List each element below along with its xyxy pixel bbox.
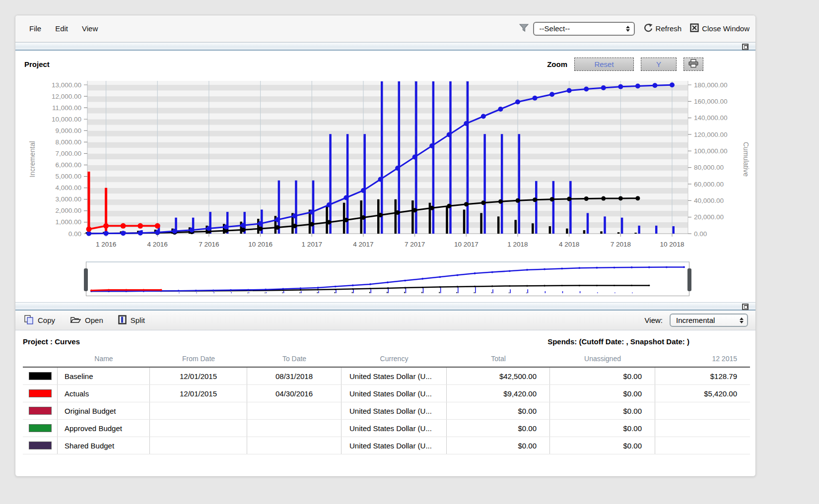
maximize-icon[interactable] [742, 44, 749, 50]
svg-text:4 2017: 4 2017 [353, 241, 373, 248]
currency-cell: United States Dollar (U... [341, 368, 447, 384]
to-date-cell [247, 420, 341, 437]
svg-text:0.00: 0.00 [68, 230, 81, 238]
split-label: Split [131, 316, 145, 324]
plot-stripes [87, 81, 688, 234]
svg-text:3,000.00: 3,000.00 [55, 195, 81, 203]
svg-text:5,000.00: 5,000.00 [55, 173, 81, 180]
period-12-2015-cell [655, 402, 750, 419]
menu-view[interactable]: View [82, 24, 98, 33]
column-to-date[interactable]: To Date [247, 355, 341, 363]
table-row[interactable]: Actuals 12/01/2015 04/30/2016 United Sta… [23, 385, 750, 402]
chart-panel-title: Project [24, 60, 50, 68]
curve-color-cell [23, 402, 58, 419]
from-date-cell: 12/01/2015 [150, 385, 247, 402]
total-cell: $0.00 [447, 402, 550, 419]
splitter-bar-middle[interactable] [15, 302, 755, 311]
copy-icon [24, 315, 34, 326]
period-12-2015-cell: $5,420.00 [655, 385, 750, 402]
view-control: View: Incremental [645, 314, 748, 327]
unassigned-cell: $0.00 [550, 385, 655, 402]
curve-color-swatch [29, 441, 52, 449]
svg-text:4 2016: 4 2016 [147, 241, 168, 248]
table-row[interactable]: Baseline 12/01/2015 08/31/2018 United St… [23, 368, 750, 385]
total-cell: $42,500.00 [447, 368, 550, 384]
chart-svg: 0.001,000.002,000.003,000.004,000.005,00… [23, 75, 750, 254]
svg-text:10,000.00: 10,000.00 [52, 116, 81, 123]
table-header-row: Name From Date To Date Currency Total Un… [23, 351, 750, 367]
split-button[interactable]: Split [118, 315, 145, 326]
splitter-bar-top[interactable] [15, 42, 755, 51]
to-date-cell [247, 437, 341, 454]
svg-text:Incremental: Incremental [28, 141, 36, 177]
from-date-cell [150, 437, 247, 454]
total-cell: $0.00 [447, 420, 550, 437]
svg-text:1 2018: 1 2018 [507, 241, 528, 248]
svg-text:180,000.00: 180,000.00 [694, 81, 728, 89]
spends-info-title: Spends: (Cutoff Date: , Snapshot Date: ) [547, 337, 689, 346]
column-12-2015[interactable]: 12 2015 [655, 355, 750, 363]
left-axis-labels: 0.001,000.002,000.003,000.004,000.005,00… [52, 81, 87, 238]
currency-cell: United States Dollar (U... [341, 402, 447, 419]
svg-text:0.00: 0.00 [694, 230, 707, 238]
split-icon [118, 315, 127, 326]
spend-curve-chart[interactable]: 0.001,000.002,000.003,000.004,000.005,00… [23, 75, 750, 254]
zoom-label: Zoom [547, 60, 567, 68]
period-12-2015-cell [655, 420, 750, 437]
curve-color-swatch [29, 389, 52, 397]
period-12-2015-cell [655, 437, 750, 454]
maximize-icon[interactable] [742, 304, 749, 310]
svg-text:13,000.00: 13,000.00 [52, 81, 81, 89]
range-handle-left[interactable] [84, 268, 88, 291]
column-currency[interactable]: Currency [341, 355, 447, 363]
menu-group: File Edit View [29, 24, 98, 33]
copy-button[interactable]: Copy [24, 315, 55, 326]
select-stepper-icon [626, 26, 630, 32]
svg-text:1,000.00: 1,000.00 [55, 218, 81, 226]
svg-text:7 2017: 7 2017 [405, 241, 425, 248]
column-unassigned[interactable]: Unassigned [550, 355, 655, 363]
view-select[interactable]: Incremental [670, 314, 748, 327]
menu-file[interactable]: File [29, 24, 41, 33]
table-titles: Project : Curves Spends: (Cutoff Date: ,… [23, 334, 748, 349]
table-row[interactable]: Shared Budget United States Dollar (U...… [23, 437, 750, 454]
zoom-y-button[interactable]: Y [641, 58, 677, 71]
svg-text:11,000.00: 11,000.00 [52, 104, 81, 112]
chart-range-selector[interactable] [86, 261, 689, 296]
from-date-cell: 12/01/2015 [150, 368, 247, 384]
view-stepper-icon [740, 317, 744, 323]
print-button[interactable] [683, 58, 703, 71]
svg-text:1 2016: 1 2016 [96, 241, 116, 248]
to-date-cell: 04/30/2016 [247, 385, 341, 402]
column-from-date[interactable]: From Date [150, 355, 247, 363]
svg-text:8,000.00: 8,000.00 [55, 138, 81, 146]
zoom-reset-button[interactable]: Reset [574, 58, 634, 71]
svg-text:9,000.00: 9,000.00 [55, 127, 81, 134]
app-window: File Edit View --Select-- Refresh [15, 15, 756, 477]
filter-select[interactable]: --Select-- [533, 22, 635, 36]
view-label: View: [645, 316, 663, 324]
column-total[interactable]: Total [447, 355, 550, 363]
unassigned-cell: $0.00 [550, 420, 655, 437]
svg-text:140,000.00: 140,000.00 [694, 114, 728, 122]
curve-name-cell: Shared Budget [58, 437, 150, 454]
range-handle-right[interactable] [687, 268, 691, 291]
column-name[interactable]: Name [58, 355, 150, 363]
to-date-cell [247, 402, 341, 419]
curve-color-cell [23, 437, 58, 454]
table-row[interactable]: Original Budget United States Dollar (U.… [23, 402, 750, 420]
close-window-icon [690, 23, 699, 34]
svg-text:100,000.00: 100,000.00 [694, 147, 728, 155]
open-button[interactable]: Open [70, 315, 103, 325]
close-window-button[interactable]: Close Window [690, 23, 750, 34]
open-label: Open [85, 316, 103, 324]
curve-name-cell: Baseline [58, 368, 150, 384]
filter-select-value: --Select-- [540, 24, 570, 33]
table-row[interactable]: Approved Budget United States Dollar (U.… [23, 420, 750, 437]
curve-color-swatch [29, 407, 52, 415]
refresh-button[interactable]: Refresh [643, 23, 682, 34]
svg-text:10 2017: 10 2017 [454, 241, 478, 248]
menu-edit[interactable]: Edit [55, 24, 68, 33]
filter-funnel-icon [519, 24, 529, 33]
open-folder-icon [70, 315, 81, 325]
